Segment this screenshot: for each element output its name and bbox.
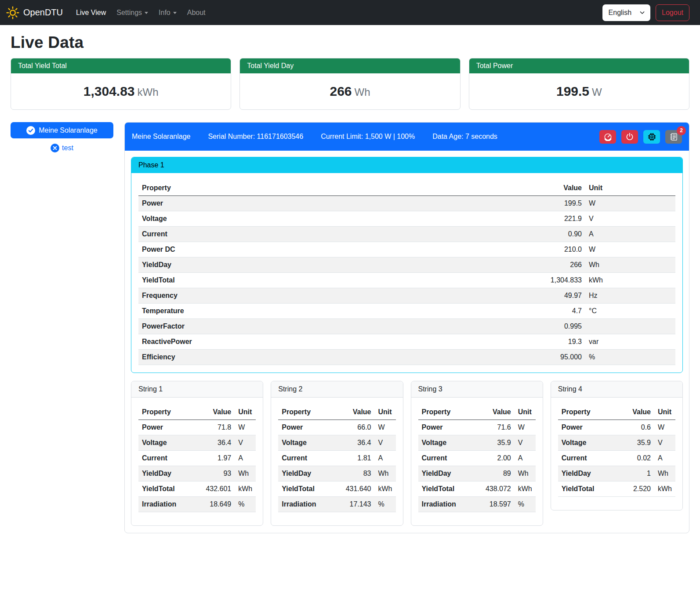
value-cell: 1,304.833 <box>406 273 585 288</box>
value-cell: 432.601 <box>192 481 235 497</box>
value-cell: 66.0 <box>332 420 374 435</box>
unit-cell: Wh <box>235 466 256 481</box>
brand[interactable]: OpenDTU <box>6 6 63 19</box>
nav-item-label: Settings <box>116 9 142 17</box>
unit-cell: V <box>375 435 396 451</box>
chevron-down-icon <box>639 10 645 15</box>
column-value: Value <box>617 405 654 420</box>
unit-cell: Wh <box>515 466 536 481</box>
device-info-button[interactable] <box>643 130 660 144</box>
total-power-unit: W <box>592 86 602 98</box>
total-yield-day-card: Total Yield Day 266Wh <box>239 58 460 110</box>
unit-cell: W <box>515 420 536 435</box>
prop-cell: Current <box>558 451 617 466</box>
power-switch-button[interactable] <box>621 130 638 144</box>
unit-cell: % <box>515 497 536 512</box>
unit-cell: % <box>235 497 256 512</box>
column-property: Property <box>278 405 332 420</box>
value-cell: 1.97 <box>192 451 235 466</box>
prop-cell: Irradiation <box>278 497 332 512</box>
strings-row: String 1 Property Value Unit <box>131 381 683 526</box>
value-cell: 35.9 <box>472 435 514 451</box>
unit-cell: W <box>235 420 256 435</box>
unit-cell: A <box>585 227 675 242</box>
value-cell: 2.00 <box>472 451 514 466</box>
page-container: Live Data Total Yield Total 1,304.83kWh … <box>0 33 700 538</box>
inverter-button-label: Meine Solaranlage <box>39 127 97 134</box>
nav-right: English Logout <box>602 4 689 21</box>
phase-table: Property Value Unit Power199.5WVoltage22… <box>138 181 675 365</box>
unit-cell: % <box>375 497 396 512</box>
value-cell: 221.9 <box>406 211 585 227</box>
table-row: Efficiency95.000% <box>138 350 675 365</box>
unit-cell <box>585 319 675 334</box>
total-yield-day-unit: Wh <box>355 86 370 98</box>
value-cell: 36.4 <box>332 435 374 451</box>
table-row: Voltage221.9V <box>138 211 675 227</box>
nav-item-label: Info <box>159 9 170 17</box>
string-card-title: String 4 <box>551 381 682 398</box>
nav-item-live-view[interactable]: Live View <box>71 9 111 17</box>
unit-cell: kWh <box>515 481 536 497</box>
unit-cell: kWh <box>654 481 675 497</box>
limit-settings-button[interactable] <box>599 130 616 144</box>
nav-item-info[interactable]: Info <box>153 9 182 17</box>
string-1-card: String 1 Property Value Unit <box>131 381 263 526</box>
nav-item-settings[interactable]: Settings <box>111 9 153 17</box>
string-2-table: Property Value Unit Power66.0WVoltage36.… <box>278 405 395 512</box>
nav-items: Live View Settings Info About <box>71 9 211 17</box>
value-cell: 0.90 <box>406 227 585 242</box>
string-card-body: Property Value Unit Power0.6WVoltage35.9… <box>551 398 682 510</box>
table-row: Frequency49.97Hz <box>138 288 675 304</box>
logout-button[interactable]: Logout <box>656 4 689 21</box>
prop-cell: Frequency <box>138 288 406 304</box>
inverter-button-selected[interactable]: Meine Solaranlage <box>11 122 113 138</box>
value-cell: 89 <box>472 466 514 481</box>
nav-item-about[interactable]: About <box>182 9 211 17</box>
column-property: Property <box>138 181 406 196</box>
string-card-title: String 2 <box>271 381 403 398</box>
table-row: YieldDay83Wh <box>278 466 395 481</box>
event-log-button[interactable]: 2 <box>665 130 682 144</box>
sun-icon <box>6 6 19 19</box>
language-select[interactable]: English <box>602 4 650 21</box>
prop-cell: YieldTotal <box>418 481 472 497</box>
value-cell: 71.6 <box>472 420 514 435</box>
inverter-item-offline[interactable]: test <box>11 144 113 152</box>
value-cell: 93 <box>192 466 235 481</box>
prop-cell: Power <box>418 420 472 435</box>
cpu-icon <box>648 133 656 141</box>
table-row: ReactivePower19.3var <box>138 334 675 350</box>
string-card-title: String 1 <box>131 381 263 398</box>
table-row: YieldTotal431.640kWh <box>278 481 395 497</box>
prop-cell: Irradiation <box>418 497 472 512</box>
column-value: Value <box>406 181 585 196</box>
table-row: Power DC210.0W <box>138 242 675 257</box>
prop-cell: YieldTotal <box>138 273 406 288</box>
table-row: Power66.0W <box>278 420 395 435</box>
table-row: Current0.02A <box>558 451 675 466</box>
value-cell: 0.6 <box>617 420 654 435</box>
table-row: Current1.97A <box>138 451 256 466</box>
total-yield-day-value: 266 <box>330 84 352 98</box>
prop-cell: YieldDay <box>138 466 192 481</box>
inverter-offline-label: test <box>62 144 73 152</box>
table-row: YieldDay1Wh <box>558 466 675 481</box>
column-value: Value <box>332 405 374 420</box>
unit-cell: Hz <box>585 288 675 304</box>
prop-cell: Voltage <box>278 435 332 451</box>
value-cell: 71.8 <box>192 420 235 435</box>
unit-cell: V <box>654 435 675 451</box>
prop-cell: YieldTotal <box>278 481 332 497</box>
column-property: Property <box>138 405 192 420</box>
table-row: YieldDay266Wh <box>138 257 675 273</box>
string-2-card: String 2 Property Value Unit <box>271 381 403 526</box>
table-row: Voltage36.4V <box>278 435 395 451</box>
inverter-list: Meine Solaranlage test <box>11 122 113 152</box>
value-cell: 83 <box>332 466 374 481</box>
table-row: YieldDay93Wh <box>138 466 256 481</box>
prop-cell: Power <box>138 196 406 211</box>
table-row: Voltage35.9V <box>558 435 675 451</box>
inverter-card: Meine Solaranlage Serial Number: 1161716… <box>124 122 689 533</box>
card-body: 1,304.83kWh <box>11 73 231 109</box>
